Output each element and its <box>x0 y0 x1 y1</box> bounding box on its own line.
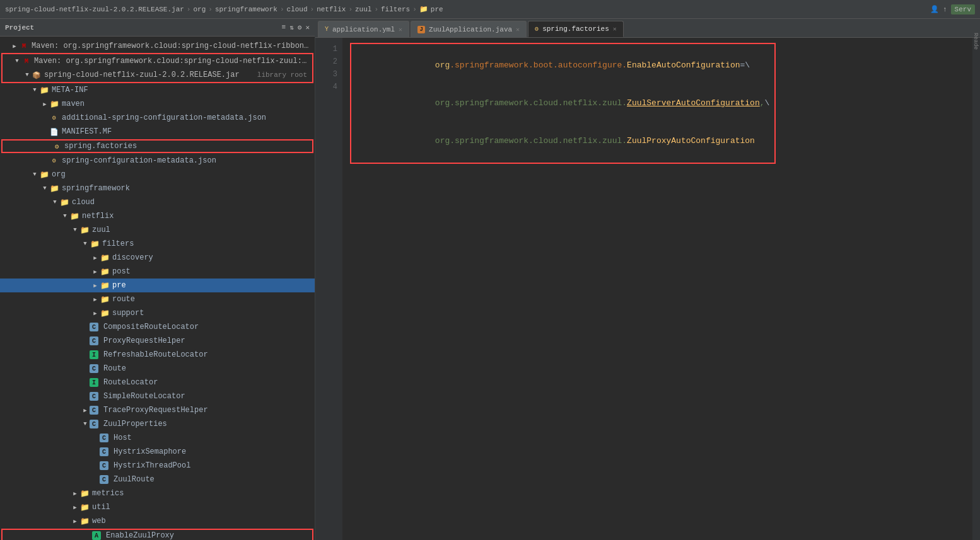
arrow-maven-ribbon[interactable] <box>10 42 19 50</box>
folder-post-icon <box>100 267 110 277</box>
tree-item-spring-config-meta[interactable]: ⚙ spring-configuration-metadata.json <box>0 154 315 168</box>
tree-item-meta-inf[interactable]: META-INF <box>0 83 315 97</box>
spring-factories-label: spring.factories <box>64 142 307 151</box>
arrow-maven[interactable] <box>40 100 49 108</box>
arrow-route[interactable] <box>91 295 100 304</box>
tree-item-metrics[interactable]: metrics <box>0 486 315 500</box>
user-icon[interactable]: 👤 <box>930 5 939 13</box>
tree-item-springframework[interactable]: springframework <box>0 181 315 195</box>
tree-item-host[interactable]: C Host <box>0 431 315 445</box>
tree-item-post[interactable]: post <box>0 265 315 279</box>
tree-item-spring-factories[interactable]: ⚙ spring.factories <box>1 139 313 153</box>
breadcrumb-cloud[interactable]: cloud <box>287 6 308 13</box>
align-icon[interactable]: ≡ <box>282 23 286 32</box>
tree-item-filters[interactable]: filters <box>0 237 315 251</box>
code-line-2: org.springframework.cloud.netflix.zuul.Z… <box>356 84 769 122</box>
tree-item-util[interactable]: util <box>0 500 315 514</box>
tab-application-yml-close[interactable]: ✕ <box>399 26 402 33</box>
arrow-springframework[interactable] <box>40 184 49 193</box>
arrow-util[interactable] <box>71 503 79 512</box>
breadcrumb-jar[interactable]: spring-cloud-netflix-zuul-2.0.2.RELEASE.… <box>5 6 184 13</box>
tree-item-hystrix-semaphore[interactable]: C HystrixSemaphore <box>0 445 315 459</box>
interface-icon-route-locator: I <box>90 378 98 387</box>
arrow-cloud[interactable] <box>50 198 59 207</box>
arrow-filters[interactable] <box>81 239 90 248</box>
route-class-label: Route <box>103 364 310 373</box>
tree-item-zuul-props[interactable]: C ZuulProperties <box>0 417 315 431</box>
readonly-label: Reade <box>971 38 980 51</box>
tree-item-simple-route[interactable]: C SimpleRouteLocator <box>0 389 315 403</box>
netflix-label: netflix <box>82 212 310 221</box>
arrow-pre[interactable] <box>91 281 100 290</box>
tree-item-support[interactable]: support <box>0 306 315 320</box>
arrow-zuul-props[interactable] <box>81 420 90 428</box>
breadcrumb-filters[interactable]: filters <box>381 6 410 13</box>
java-tab-icon: J <box>417 26 425 33</box>
breadcrumb-org[interactable]: org <box>193 6 206 13</box>
tree-item-org[interactable]: org <box>0 168 315 181</box>
code-area[interactable]: org.springframework.boot.autoconfigure.E… <box>342 38 972 540</box>
line-numbers: 1 2 3 4 <box>317 38 342 540</box>
breadcrumb-springframework[interactable]: springframework <box>215 6 277 13</box>
tree-item-hystrix-thread[interactable]: C HystrixThreadPool <box>0 459 315 473</box>
arrow-web[interactable] <box>71 517 79 526</box>
tree-item-jar[interactable]: 📦 spring-cloud-netflix-zuul-2.0.2.RELEAS… <box>3 68 312 82</box>
tab-zuul-application[interactable]: J ZuulApplication.java ✕ <box>411 21 527 37</box>
arrow-discovery[interactable] <box>91 253 100 262</box>
breadcrumb-netflix[interactable]: netflix <box>317 6 346 13</box>
code-text-1: org.springframework.boot.autoconfigure.E… <box>356 47 750 84</box>
tree-item-maven-ribbon[interactable]: M Maven: org.springframework.cloud:sprin… <box>0 39 315 53</box>
arrow-spring-config-meta <box>40 156 49 165</box>
sort-icon[interactable]: ⇅ <box>289 23 294 32</box>
tree-item-additional-config[interactable]: ⚙ additional-spring-configuration-metada… <box>0 111 315 125</box>
hystrix-semaphore-label: HystrixSemaphore <box>114 447 310 456</box>
tab-zuul-app-close[interactable]: ✕ <box>516 26 520 33</box>
arrow-jar[interactable] <box>23 71 32 79</box>
tree-item-zuul[interactable]: zuul <box>0 223 315 237</box>
manifest-label: MANIFEST.MF <box>62 127 310 136</box>
arrow-zuul[interactable] <box>71 226 79 234</box>
tree-item-enable-zuul-proxy[interactable]: A EnableZuulProxy <box>1 529 313 540</box>
tree-item-trace-proxy[interactable]: C TraceProxyRequestHelper <box>0 403 315 417</box>
close-icon[interactable]: ✕ <box>305 23 310 32</box>
tree-item-route-locator[interactable]: I RouteLocator <box>0 376 315 389</box>
arrow-post[interactable] <box>91 267 100 276</box>
update-icon[interactable]: ↑ <box>943 6 947 13</box>
tree-item-route[interactable]: route <box>0 292 315 306</box>
tree-item-proxy-request[interactable]: C ProxyRequestHelper <box>0 334 315 348</box>
tree-item-discovery[interactable]: discovery <box>0 251 315 265</box>
server-label[interactable]: Serv <box>951 4 975 14</box>
arrow-metrics[interactable] <box>71 489 79 498</box>
tab-spring-factories-close[interactable]: ✕ <box>613 25 617 33</box>
composite-route-label: CompositeRouteLocator <box>103 323 310 331</box>
tab-application-yml[interactable]: Y application.yml ✕ <box>318 21 409 37</box>
json-icon-additional: ⚙ <box>49 113 59 123</box>
folder-filters-icon <box>90 239 100 249</box>
tree-item-zuul-route[interactable]: C ZuulRoute <box>0 473 315 486</box>
arrow-maven-zuul[interactable] <box>13 57 21 66</box>
host-label: Host <box>114 434 310 442</box>
arrow-support[interactable] <box>91 309 100 318</box>
simple-route-label: SimpleRouteLocator <box>103 392 310 401</box>
tree-item-composite-route[interactable]: C CompositeRouteLocator <box>0 320 315 334</box>
arrow-trace-proxy[interactable] <box>81 406 90 415</box>
tree-item-maven-zuul[interactable]: M Maven: org.springframework.cloud:sprin… <box>3 54 312 68</box>
arrow-org[interactable] <box>30 170 39 179</box>
arrow-meta-inf[interactable] <box>30 86 39 95</box>
tree-item-pre[interactable]: 📁 pre <box>0 279 315 292</box>
class-icon-zuul-route: C <box>100 475 108 484</box>
gear-icon[interactable]: ⚙ <box>298 23 302 32</box>
tree-item-manifest[interactable]: 📄 MANIFEST.MF <box>0 125 315 139</box>
tree-item-refreshable-route[interactable]: I RefreshableRouteLocator <box>0 348 315 362</box>
folder-cloud-icon <box>59 197 69 207</box>
support-label: support <box>112 309 310 318</box>
tree-item-cloud[interactable]: cloud <box>0 195 315 209</box>
tree-item-route-class[interactable]: C Route <box>0 362 315 376</box>
tree-item-web[interactable]: web <box>0 514 315 528</box>
breadcrumb-zuul[interactable]: zuul <box>355 6 371 13</box>
breadcrumb-pre[interactable]: pre <box>431 6 443 13</box>
arrow-netflix[interactable] <box>61 212 69 221</box>
tab-spring-factories[interactable]: ⚙ spring.factories ✕ <box>528 21 624 37</box>
tree-item-maven[interactable]: maven <box>0 97 315 111</box>
tree-item-netflix[interactable]: netflix <box>0 209 315 223</box>
